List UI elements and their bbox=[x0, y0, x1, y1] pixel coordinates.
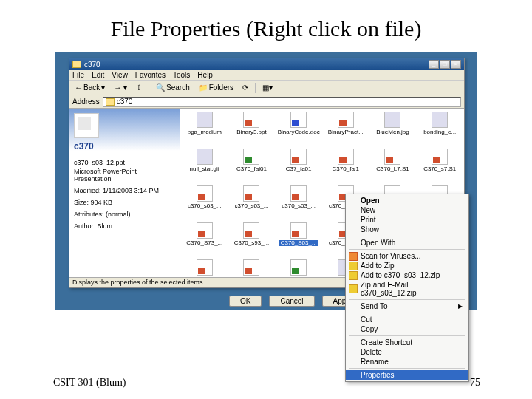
folders-button[interactable]: 📁 Folders bbox=[197, 83, 236, 92]
detail-author: Author: Blum bbox=[74, 222, 175, 230]
menu-file[interactable]: File bbox=[72, 71, 84, 79]
ctx-properties[interactable]: Properties bbox=[346, 370, 468, 380]
menu-edit[interactable]: Edit bbox=[92, 71, 104, 79]
ctx-create-shortcut[interactable]: Create Shortcut bbox=[346, 338, 468, 347]
file-item[interactable]: C370_fal01 bbox=[229, 149, 275, 184]
file-item[interactable]: bonding_e... bbox=[417, 112, 463, 147]
file-icon bbox=[243, 149, 259, 165]
address-bar: Address c370 bbox=[69, 95, 464, 109]
file-icon bbox=[197, 112, 213, 128]
file-label: BlueMen.jpg bbox=[376, 129, 409, 135]
up-button[interactable]: ⇧ bbox=[134, 83, 144, 92]
file-icon bbox=[243, 222, 259, 239]
file-icon bbox=[197, 149, 213, 165]
menu-view[interactable]: View bbox=[112, 71, 128, 79]
detail-attributes: Attributes: (normal) bbox=[74, 211, 175, 218]
detail-filename: c370_s03_12.ppt bbox=[74, 159, 175, 166]
file-icon bbox=[290, 149, 307, 165]
history-button[interactable]: ⟳ bbox=[240, 83, 250, 92]
file-label: c370_s03_... bbox=[282, 203, 316, 209]
file-icon bbox=[290, 112, 307, 128]
detail-filetype: Microsoft PowerPoint Presentation bbox=[74, 168, 175, 183]
file-item[interactable]: BinaryPract... bbox=[323, 112, 369, 147]
file-preview-icon bbox=[74, 113, 99, 138]
submenu-arrow-icon: ▶ bbox=[458, 303, 463, 310]
file-label: C370_s7.S1 bbox=[423, 166, 456, 172]
ctx-rename[interactable]: Rename bbox=[346, 357, 468, 366]
cancel-button[interactable]: Cancel bbox=[269, 296, 314, 307]
slide-number: 75 bbox=[470, 377, 480, 389]
file-item[interactable]: c370_s03_... bbox=[182, 185, 228, 221]
ctx-open[interactable]: Open bbox=[346, 196, 468, 205]
file-icon bbox=[338, 112, 354, 128]
file-item[interactable]: c370_s03_... bbox=[276, 185, 321, 221]
zip-icon bbox=[349, 262, 358, 270]
views-button[interactable]: ▦▾ bbox=[260, 83, 275, 92]
shield-icon bbox=[349, 252, 358, 261]
folder-name: c370 bbox=[74, 141, 175, 151]
file-item[interactable]: BinaryCode.doc bbox=[276, 112, 321, 147]
file-icon bbox=[197, 222, 213, 239]
file-icon bbox=[243, 112, 259, 128]
ctx-copy[interactable]: Copy bbox=[346, 324, 468, 334]
file-item[interactable]: Binary3.ppt bbox=[229, 112, 275, 147]
file-item[interactable]: null_stat.gif bbox=[182, 149, 228, 184]
file-item[interactable]: bga_medium bbox=[182, 112, 228, 147]
ctx-delete[interactable]: Delete bbox=[346, 347, 468, 357]
menu-favorites[interactable]: Favorites bbox=[135, 71, 166, 79]
details-panel: c370 c370_s03_12.ppt Microsoft PowerPoin… bbox=[69, 109, 180, 277]
menu-help[interactable]: Help bbox=[197, 71, 213, 79]
file-label: c370_s03_... bbox=[188, 203, 222, 209]
folder-icon bbox=[72, 61, 81, 68]
ctx-addzip[interactable]: Add to Zip bbox=[346, 261, 468, 270]
forward-button[interactable]: → ▾ bbox=[112, 83, 129, 92]
file-item[interactable]: C370_fal1 bbox=[323, 149, 369, 184]
file-item[interactable]: C37_fa01 bbox=[276, 149, 321, 184]
footer-course: CSIT 301 (Blum) bbox=[53, 377, 126, 389]
file-label: bonding_e... bbox=[423, 129, 456, 135]
menu-tools[interactable]: Tools bbox=[173, 71, 190, 79]
close-button[interactable]: × bbox=[451, 60, 461, 69]
back-button[interactable]: ← Back ▾ bbox=[72, 83, 107, 92]
window-title: c370 bbox=[84, 61, 100, 69]
file-icon bbox=[432, 112, 448, 128]
ctx-send-to[interactable]: Send To▶ bbox=[346, 301, 468, 311]
ctx-cut[interactable]: Cut bbox=[346, 315, 468, 324]
ctx-new[interactable]: New bbox=[346, 205, 468, 215]
file-item[interactable]: C370_L7.S1 bbox=[370, 149, 416, 184]
file-item[interactable]: Cables1 bbox=[276, 259, 321, 277]
file-item[interactable]: C370_S03_... bbox=[276, 222, 321, 258]
ctx-open-with[interactable]: Open With bbox=[346, 238, 468, 248]
file-icon bbox=[384, 149, 400, 165]
file-label: Binary3.ppt bbox=[236, 129, 266, 135]
dialog-buttons: OK Cancel Apply bbox=[229, 296, 363, 307]
ok-button[interactable]: OK bbox=[229, 296, 262, 307]
search-button[interactable]: 🔍 Search bbox=[154, 83, 192, 92]
ctx-print[interactable]: Print bbox=[346, 215, 468, 225]
file-label: BinaryCode.doc bbox=[278, 129, 320, 135]
address-input[interactable]: c370 bbox=[103, 97, 461, 107]
titlebar[interactable]: c370 _ □ × bbox=[69, 58, 464, 70]
file-item[interactable]: c370_s03.s1 bbox=[229, 259, 275, 277]
file-item[interactable]: c370_s03_1 bbox=[182, 259, 228, 277]
file-label: C37_fa01 bbox=[286, 166, 312, 172]
file-item[interactable]: BlueMen.jpg bbox=[370, 112, 416, 147]
zip-icon bbox=[349, 271, 358, 280]
ctx-zip-email[interactable]: Zip and E-Mail c370_s03_12.zip bbox=[346, 280, 468, 298]
file-icon bbox=[290, 185, 307, 202]
file-label: bga_medium bbox=[188, 129, 222, 135]
maximize-button[interactable]: □ bbox=[440, 60, 450, 69]
file-item[interactable]: c370_s03_... bbox=[229, 185, 275, 221]
minimize-button[interactable]: _ bbox=[429, 60, 439, 69]
ctx-scan[interactable]: Scan for Viruses... bbox=[346, 251, 468, 261]
detail-size: Size: 904 KB bbox=[74, 199, 175, 206]
file-item[interactable]: C370_S73_... bbox=[182, 222, 228, 258]
desktop-background: c370 _ □ × File Edit View Favorites Tool… bbox=[55, 52, 477, 310]
ctx-addzip-named[interactable]: Add to c370_s03_12.zip bbox=[346, 270, 468, 280]
file-icon bbox=[197, 259, 213, 276]
file-item[interactable]: C370_s93_... bbox=[229, 222, 275, 258]
file-item[interactable]: C370_s7.S1 bbox=[417, 149, 463, 184]
slide-title: File Properties (Right click on file) bbox=[0, 0, 532, 49]
ctx-show[interactable]: Show bbox=[346, 225, 468, 234]
menu-bar: File Edit View Favorites Tools Help bbox=[69, 70, 464, 81]
